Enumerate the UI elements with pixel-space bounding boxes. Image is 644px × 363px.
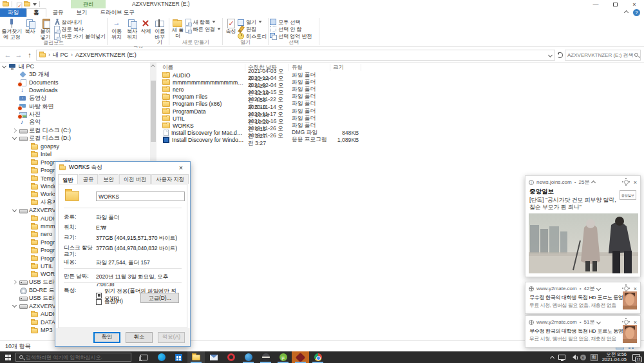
dialog-tab[interactable]: 일반 (58, 174, 78, 184)
easy-access-button[interactable]: 빠른 연결 (185, 26, 221, 32)
new-folder-button[interactable]: 새 폴더 (171, 17, 185, 39)
properties-qat-icon[interactable] (16, 2, 21, 6)
blue-app-button[interactable] (240, 351, 257, 363)
tab-share[interactable]: 공유 (46, 8, 70, 17)
dialog-tab[interactable]: 사용자 지정 (151, 174, 189, 184)
copy-path-button[interactable]: 경로 복사 (53, 26, 106, 32)
sidebar-item[interactable]: 사진 (0, 110, 150, 118)
file-row[interactable]: UTIL 2020-11-17 오전 10:20 파일 폴더 (160, 115, 644, 122)
move-to-button[interactable]: → 이동 위치 (109, 17, 124, 40)
minimize-button[interactable]: — (586, 0, 605, 8)
sync-error-icon[interactable]: × (580, 355, 586, 360)
rename-button[interactable]: 이름 바꾸기 (152, 17, 167, 46)
promo-notification[interactable]: www.y2mate.com • 51분 × 무수정 한국의 대학생 독점 HD… (525, 315, 641, 348)
hidden-icons-chevron-icon[interactable] (550, 355, 554, 360)
breadcrumb[interactable]: › 내 PC › AZXVERVKTNZER (E:) (36, 50, 555, 61)
dialog-tab[interactable]: 공유 (79, 174, 99, 184)
close-icon[interactable]: × (634, 286, 637, 292)
history-button[interactable]: 히스토리 (238, 33, 267, 39)
sidebar-item[interactable]: 3D 개체 (0, 70, 150, 78)
up-button[interactable]: ↑ (25, 51, 34, 59)
sidebar-item[interactable]: 음악 (0, 119, 150, 126)
scrollbar-thumb[interactable] (151, 81, 156, 142)
file-row[interactable]: AUDIO 2021-04-03 오후 12:44 파일 폴더 (160, 72, 644, 79)
search-icon[interactable] (634, 53, 638, 57)
breadcrumb-drive[interactable]: AZXVERVKTNZER (E:) (75, 52, 137, 58)
column-header-name[interactable]: 이름 (160, 64, 245, 71)
expander-icon[interactable] (12, 280, 17, 284)
dialog-tab[interactable]: 보안 (99, 174, 118, 184)
expander-icon[interactable] (12, 135, 17, 140)
expander-icon[interactable] (12, 303, 17, 308)
help-icon[interactable]: ? (633, 9, 640, 16)
dialog-tab[interactable]: 이전 버전 (119, 174, 151, 184)
select-none-button[interactable]: 선택 안 함 (270, 26, 312, 32)
sidebar-item[interactable]: 바탕 화면 (0, 103, 150, 110)
sidebar-item[interactable]: 로컬 디스크 (C:) (0, 126, 150, 134)
properties-button[interactable]: 속성 (224, 17, 238, 35)
ime-indicator[interactable]: 한 (591, 354, 598, 361)
promo-notification[interactable]: www.y2mate.com • 42분 × 무수정 한국의 대학생 독점 HD… (525, 282, 641, 314)
gear-icon[interactable] (624, 286, 629, 291)
advanced-button[interactable]: 고급(D)... (140, 293, 179, 303)
sidebar-item[interactable]: 내 PC (0, 63, 150, 70)
volume-icon[interactable] (570, 355, 576, 360)
refresh-icon[interactable] (557, 52, 563, 58)
task-view-button[interactable] (135, 351, 153, 363)
paste-button[interactable]: 붙여넣기 (38, 17, 53, 40)
file-row[interactable]: nero 2021-02-04 오전 12:19 파일 폴더 (160, 86, 644, 93)
start-button[interactable] (0, 351, 15, 363)
expander-icon[interactable] (12, 208, 17, 212)
breadcrumb-my-pc[interactable]: 내 PC (53, 51, 68, 59)
back-button[interactable]: ← (3, 51, 12, 59)
dialog-close-button[interactable]: × (172, 162, 190, 173)
collapse-ribbon-icon[interactable] (624, 10, 629, 15)
forward-button[interactable]: → (14, 51, 23, 59)
file-row[interactable]: mmmmmmmmmmmmmmmmmmmmmmmmmmm 2020-12-04 오… (160, 79, 644, 86)
mail-button[interactable] (205, 351, 222, 363)
search-box[interactable] (565, 50, 641, 61)
ok-button[interactable]: 확인 (93, 332, 120, 343)
sidebar-item[interactable]: 동영상 (0, 95, 150, 103)
folder-name-input[interactable]: WORKS (96, 191, 185, 201)
delete-button[interactable]: 삭제 (140, 17, 152, 35)
address-dropdown-icon[interactable] (548, 52, 553, 57)
expand-icon[interactable] (596, 286, 601, 291)
close-icon[interactable]: × (634, 319, 637, 326)
file-row[interactable]: Install Discovery for Windows.exe 2019-1… (160, 137, 644, 144)
dark-app-button[interactable] (257, 351, 274, 363)
expand-icon[interactable] (596, 320, 601, 324)
action-center-icon[interactable]: 11 (632, 354, 640, 361)
taskbar-search[interactable] (15, 353, 131, 362)
edit-button[interactable]: 편집 (238, 26, 267, 32)
file-row[interactable]: WORKS 2021-01-16 오전 6:15 파일 폴더 (160, 122, 644, 129)
file-row[interactable]: Program Files 2020-12-15 오전 4:58 파일 폴더 (160, 93, 644, 101)
chrome-button[interactable] (309, 351, 327, 363)
file-row[interactable]: ProgramData 2020-11-14 오전 10:58 파일 폴더 (160, 108, 644, 115)
apply-button[interactable]: 적용(A) (158, 332, 185, 343)
cut-button[interactable]: 잘라내기 (53, 19, 106, 25)
news-notification[interactable]: i news.joins.com • 25분 × 중앙일보 [단독] "공시가탓… (525, 175, 641, 277)
taskbar-search-input[interactable] (26, 355, 128, 360)
tab-view[interactable]: 보기 (70, 8, 94, 17)
sidebar-item[interactable]: Documents (0, 79, 150, 86)
tab-drive-tools[interactable]: 드라이브 도구 (94, 8, 141, 17)
open-button[interactable]: 열기 (238, 19, 267, 25)
sidebar-item[interactable]: Intel (0, 150, 150, 158)
opera-button[interactable] (222, 351, 240, 363)
expander-icon[interactable] (12, 128, 17, 133)
tab-file[interactable]: 파일 (0, 8, 26, 17)
clock[interactable]: 오전 8:56 2021-04-05 (602, 352, 627, 363)
file-explorer-button[interactable] (187, 351, 205, 363)
edge-button[interactable] (153, 351, 170, 363)
store-button[interactable] (170, 351, 187, 363)
expander-icon[interactable] (2, 64, 6, 68)
invert-selection-button[interactable]: 선택 영역 반전 (270, 33, 312, 39)
file-row[interactable]: Program Files (x86) 2020-11-22 오후 5:10 파… (160, 101, 644, 108)
paste-shortcut-button[interactable]: 바로 가기 붙여넣기 (53, 33, 106, 39)
active-app-button[interactable] (292, 351, 309, 363)
gear-icon[interactable] (624, 180, 629, 184)
close-button[interactable]: × (625, 0, 644, 8)
column-header-size[interactable]: 크기 (330, 64, 361, 71)
copy-to-button[interactable]: 복사 위치 (124, 17, 140, 40)
